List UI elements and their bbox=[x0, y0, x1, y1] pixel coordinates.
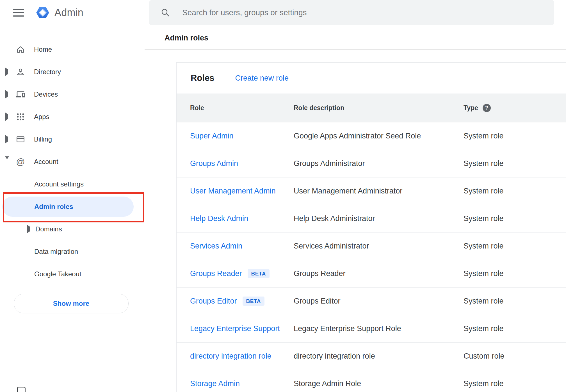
table-row: Help Desk AdminHelp Desk AdministratorSy… bbox=[177, 205, 566, 233]
role-type: System role bbox=[464, 242, 566, 250]
breadcrumb-divider bbox=[145, 49, 566, 50]
sidebar-nav: Home Directory Devices bbox=[0, 38, 144, 285]
sidebar-item-label: Data migration bbox=[34, 248, 78, 256]
expand-arrow-icon[interactable] bbox=[5, 69, 8, 74]
person-icon bbox=[16, 67, 25, 77]
sidebar-item-label: Domains bbox=[35, 225, 62, 233]
sidebar-item-label: Apps bbox=[34, 113, 49, 121]
expand-arrow-icon[interactable] bbox=[5, 92, 8, 97]
role-description: User Management Administrator bbox=[294, 187, 464, 195]
role-link[interactable]: Groups Reader bbox=[190, 269, 242, 278]
role-link[interactable]: Legacy Enterprise Support bbox=[190, 324, 280, 333]
role-link[interactable]: Services Admin bbox=[190, 242, 242, 250]
apps-grid-icon bbox=[16, 112, 25, 122]
table-row: Services AdminServices AdministratorSyst… bbox=[177, 233, 566, 260]
sidebar-item-account[interactable]: @ Account bbox=[0, 151, 144, 173]
table-row: Groups AdminGroups AdministratorSystem r… bbox=[177, 150, 566, 177]
help-icon[interactable]: ? bbox=[483, 104, 491, 112]
role-link[interactable]: Groups Admin bbox=[190, 159, 238, 168]
role-link[interactable]: Super Admin bbox=[190, 132, 234, 140]
role-link[interactable]: Groups Editor bbox=[190, 297, 237, 306]
beta-badge: BETA bbox=[243, 297, 264, 306]
search-input[interactable] bbox=[182, 4, 554, 21]
role-type: System role bbox=[464, 214, 566, 223]
role-description: Google Apps Administrator Seed Role bbox=[294, 132, 464, 140]
app-title: Admin bbox=[54, 7, 83, 19]
role-description: Groups Reader bbox=[294, 269, 464, 278]
role-description: Services Administrator bbox=[294, 242, 464, 250]
sidebar-item-devices[interactable]: Devices bbox=[0, 83, 144, 106]
sidebar-item-account-settings[interactable]: Account settings bbox=[0, 173, 144, 195]
credit-card-icon bbox=[16, 135, 25, 144]
sidebar-item-google-takeout[interactable]: Google Takeout bbox=[0, 263, 144, 285]
role-description: Legacy Enterprise Support Role bbox=[294, 324, 464, 333]
role-type: System role bbox=[464, 379, 566, 388]
expand-arrow-icon[interactable] bbox=[27, 227, 30, 232]
sidebar: Admin Home Directory Devices bbox=[0, 0, 144, 392]
column-header-type: Type ? bbox=[464, 104, 566, 112]
roles-card-header: Roles Create new role bbox=[177, 63, 566, 94]
role-link[interactable]: Help Desk Admin bbox=[190, 214, 248, 223]
role-type: System role bbox=[464, 159, 566, 168]
show-more-label: Show more bbox=[53, 300, 89, 307]
table-row: Legacy Enterprise SupportLegacy Enterpri… bbox=[177, 315, 566, 343]
sidebar-header: Admin bbox=[0, 0, 144, 25]
sidebar-item-label: Home bbox=[34, 45, 52, 53]
table-row: Storage AdminStorage Admin RoleSystem ro… bbox=[177, 370, 566, 392]
hamburger-menu-icon[interactable] bbox=[13, 9, 24, 17]
sidebar-item-billing[interactable]: Billing bbox=[0, 128, 144, 151]
devices-icon bbox=[16, 90, 25, 99]
show-more-button[interactable]: Show more bbox=[14, 294, 129, 313]
sidebar-item-apps[interactable]: Apps bbox=[0, 106, 144, 128]
role-type: System role bbox=[464, 132, 566, 140]
table-row: Groups EditorBETAGroups EditorSystem rol… bbox=[177, 288, 566, 315]
search-bar bbox=[149, 0, 554, 25]
roles-card: Roles Create new role Role Role descript… bbox=[176, 62, 566, 392]
role-link[interactable]: Storage Admin bbox=[190, 379, 240, 388]
role-link[interactable]: directory integration role bbox=[190, 352, 271, 361]
role-description: Help Desk Administrator bbox=[294, 214, 464, 223]
beta-badge: BETA bbox=[248, 269, 270, 278]
role-description: Storage Admin Role bbox=[294, 379, 464, 388]
sidebar-item-data-migration[interactable]: Data migration bbox=[0, 240, 144, 263]
sidebar-item-home[interactable]: Home bbox=[0, 38, 144, 61]
table-row: Super AdminGoogle Apps Administrator See… bbox=[177, 122, 566, 150]
send-feedback-icon[interactable] bbox=[16, 386, 26, 392]
table-row: User Management AdminUser Management Adm… bbox=[177, 177, 566, 205]
role-type: System role bbox=[464, 269, 566, 278]
role-description: Groups Administrator bbox=[294, 159, 464, 168]
roles-title: Roles bbox=[191, 73, 214, 83]
sidebar-item-label: Billing bbox=[34, 135, 52, 143]
expand-arrow-icon[interactable] bbox=[5, 137, 8, 142]
search-icon bbox=[160, 8, 170, 18]
role-type: System role bbox=[464, 297, 566, 306]
at-sign-icon: @ bbox=[16, 157, 25, 167]
roles-table-body: Super AdminGoogle Apps Administrator See… bbox=[177, 122, 566, 392]
table-row: directory integration roledirectory inte… bbox=[177, 343, 566, 370]
sidebar-item-label: Directory bbox=[34, 68, 61, 76]
column-header-type-label: Type bbox=[464, 104, 478, 112]
role-description: Groups Editor bbox=[294, 297, 464, 306]
sidebar-item-label: Account settings bbox=[34, 180, 84, 188]
home-icon bbox=[16, 45, 25, 54]
create-new-role-link[interactable]: Create new role bbox=[235, 74, 289, 83]
role-type: Custom role bbox=[464, 352, 566, 361]
sidebar-item-label: Account bbox=[34, 158, 58, 166]
table-row: Groups ReaderBETAGroups ReaderSystem rol… bbox=[177, 260, 566, 288]
sidebar-item-domains[interactable]: Domains bbox=[0, 218, 144, 240]
sidebar-item-admin-roles[interactable]: Admin roles bbox=[0, 195, 144, 218]
role-link[interactable]: User Management Admin bbox=[190, 187, 276, 195]
sidebar-item-label: Google Takeout bbox=[34, 270, 81, 278]
sidebar-item-label: Admin roles bbox=[34, 203, 73, 211]
sidebar-item-directory[interactable]: Directory bbox=[0, 61, 144, 83]
expand-arrow-icon[interactable] bbox=[5, 114, 8, 119]
collapse-arrow-icon[interactable] bbox=[5, 159, 9, 164]
role-type: System role bbox=[464, 324, 566, 333]
column-header-description: Role description bbox=[294, 104, 464, 112]
column-header-role: Role bbox=[177, 104, 294, 112]
role-type: System role bbox=[464, 187, 566, 195]
page-title: Admin roles bbox=[165, 34, 208, 42]
admin-logo-icon bbox=[35, 5, 50, 20]
role-description: directory integration role bbox=[294, 352, 464, 361]
sidebar-item-label: Devices bbox=[34, 90, 58, 98]
